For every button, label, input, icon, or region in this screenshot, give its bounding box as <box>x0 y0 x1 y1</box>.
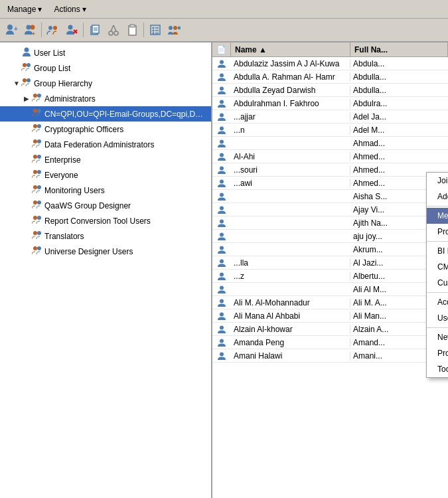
group-tree-icon <box>32 184 42 197</box>
group-icon-button[interactable] <box>165 21 183 39</box>
tree-indent <box>13 232 24 241</box>
paste-icon <box>125 23 139 37</box>
ctx-label: Member Of <box>437 211 448 220</box>
tree-item-universe-designer[interactable]: Universe Designer Users <box>0 244 211 259</box>
ctx-item-bi-launch-pad[interactable]: BI Launch Pad Preferences <box>427 243 448 259</box>
col-header-fullname[interactable]: Full Na... <box>350 42 448 56</box>
table-row[interactable]: Ali M. Al-Mohannadur Ali M. A... <box>212 296 448 309</box>
tree-item-report-conversion[interactable]: Report Conversion Tool Users <box>0 213 211 228</box>
table-row[interactable]: Alzain Al-khowar Alzain A... <box>212 323 448 336</box>
ctx-item-customization[interactable]: Customization <box>427 275 448 291</box>
col-header-name[interactable]: Name ▲ <box>231 42 350 56</box>
table-row[interactable]: Ajay Vi... <box>212 203 448 216</box>
tree-indent <box>3 125 13 134</box>
table-row[interactable]: aju joy... <box>212 230 448 243</box>
table-row[interactable]: Abdulaziz Jassim A J Al-Kuwa Abdula... <box>212 57 448 70</box>
tree-item-enterprise[interactable]: Enterprise <box>0 152 211 167</box>
tree-item-data-federation[interactable]: Data Federation Administrators <box>0 137 211 152</box>
new-user-alt-button[interactable]: + <box>21 21 38 39</box>
ctx-item-profile-values[interactable]: Profile Values <box>427 224 448 240</box>
new-user-button[interactable]: + <box>3 21 20 39</box>
table-row[interactable]: ...n Adel M... <box>212 124 448 137</box>
svg-point-55 <box>37 231 41 235</box>
row-name: ...souri <box>231 165 350 175</box>
table-row[interactable]: Ali Al M... <box>212 283 448 296</box>
delete-button[interactable] <box>63 21 80 39</box>
svg-point-61 <box>220 100 224 104</box>
tree-item-monitoring[interactable]: Monitoring Users <box>0 183 211 198</box>
table-row[interactable]: Abdulla Zeyad Darwish Abdulla... <box>212 84 448 97</box>
tree-item-cryptographic[interactable]: Cryptographic Officers <box>0 122 211 137</box>
tree-item-translators[interactable]: Translators <box>0 228 211 244</box>
tree-label: Administrators <box>44 94 96 104</box>
tree-label: CN=QPI,OU=QPI-Email-Groups,DC=qpi,DC=loc… <box>44 110 208 119</box>
ctx-item-user-security[interactable]: User Security <box>427 310 448 326</box>
ctx-item-member-of[interactable]: Member Of <box>427 208 448 224</box>
ctx-item-cmc-tab[interactable]: CMC Tab Configuration <box>427 259 448 275</box>
table-row[interactable]: Amani Halawi Amani... <box>212 349 448 363</box>
table-row[interactable]: ...souri Ahmed... <box>212 163 448 177</box>
svg-text:+: + <box>14 25 18 33</box>
table-row[interactable]: Akrum... <box>212 243 448 256</box>
svg-point-77 <box>220 312 224 316</box>
ctx-item-account-manager[interactable]: Account Manager <box>427 294 448 310</box>
tree-indent <box>3 155 13 165</box>
tree-indent <box>13 110 24 118</box>
ctx-label: Profile Values <box>437 227 448 236</box>
group-tree-icon <box>32 245 42 258</box>
table-row[interactable]: Ahmad... <box>212 137 448 150</box>
ctx-item-properties[interactable]: Properties <box>427 345 448 361</box>
table-row[interactable]: Al-Ahi Ahmed... <box>212 150 448 163</box>
table-row[interactable]: ...ajjar Adel Ja... <box>212 110 448 124</box>
ctx-item-add-members[interactable]: Add Members to Group <box>427 189 448 205</box>
tree-item-administrators[interactable]: ▶ Administrators <box>0 91 211 106</box>
right-panel-table: 📄 Name ▲ Full Na... Abdulaziz Jassim A J… <box>212 42 448 498</box>
tree-item-user-list[interactable]: User List <box>0 45 211 60</box>
table-row[interactable]: Abdulla A. Rahman Al- Hamr Abdulla... <box>212 70 448 84</box>
manage-label: Manage <box>7 5 36 14</box>
actions-label: Actions <box>54 5 80 14</box>
table-row[interactable]: ...lla Al Jazi... <box>212 256 448 270</box>
table-row[interactable]: Ali Mana Al Ahbabi Ali Man... <box>212 309 448 323</box>
tree-label: Translators <box>44 232 84 241</box>
tree-item-group-hierarchy[interactable]: ▼ Group Hierarchy <box>0 76 211 91</box>
manage-menu-button[interactable]: Manage ▾ <box>3 3 46 16</box>
table-row[interactable]: Abdulrahman I. Fakhroo Abdulra... <box>212 97 448 110</box>
tree-indent <box>3 79 13 88</box>
tree-indent <box>3 48 13 58</box>
svg-point-43 <box>37 139 41 143</box>
tree-expand-icon: ▶ <box>24 95 32 102</box>
actions-menu-button[interactable]: Actions ▾ <box>49 3 90 16</box>
group-button-1[interactable] <box>44 21 62 39</box>
table-row[interactable]: Aisha S... <box>212 190 448 203</box>
tree-indent <box>3 201 13 210</box>
tree-item-qaa-ws[interactable]: QaaWS Group Designer <box>0 198 211 213</box>
svg-point-75 <box>220 286 224 290</box>
svg-point-41 <box>37 124 41 128</box>
properties-button[interactable] <box>147 21 164 39</box>
svg-point-2 <box>27 25 31 30</box>
cut-button[interactable] <box>105 21 122 39</box>
icon-toolbar: + + <box>0 19 448 42</box>
svg-point-79 <box>220 339 224 343</box>
ctx-item-new[interactable]: New▶ <box>427 329 448 345</box>
table-row[interactable]: Amanda Peng Amand... <box>212 336 448 349</box>
table-row[interactable]: Ajith Na... <box>212 216 448 230</box>
svg-point-48 <box>33 185 37 189</box>
table-row[interactable]: ...awi Ahmed... <box>212 177 448 190</box>
tree-indent <box>3 232 13 241</box>
table-row[interactable]: ...z Albertu... <box>212 270 448 283</box>
ctx-item-join-group[interactable]: Join Group <box>427 173 448 189</box>
svg-point-67 <box>220 179 224 183</box>
table-header: 📄 Name ▲ Full Na... <box>212 42 448 57</box>
ctx-item-tools[interactable]: Tools▶ <box>427 361 448 377</box>
left-panel-tree: User List Group List ▼ Group Hierarchy ▶ <box>0 42 212 498</box>
tree-item-group-list[interactable]: Group List <box>0 60 211 76</box>
ctx-label: Account Manager <box>437 297 448 307</box>
tree-item-everyone[interactable]: Everyone <box>0 167 211 183</box>
tree-item-cn-qpi[interactable]: CN=QPI,OU=QPI-Email-Groups,DC=qpi,DC=loc… <box>0 106 211 122</box>
paste-button[interactable] <box>123 21 141 39</box>
copy-button[interactable] <box>86 21 104 39</box>
svg-point-15 <box>109 31 113 35</box>
row-name: Abdulaziz Jassim A J Al-Kuwa <box>231 59 350 68</box>
